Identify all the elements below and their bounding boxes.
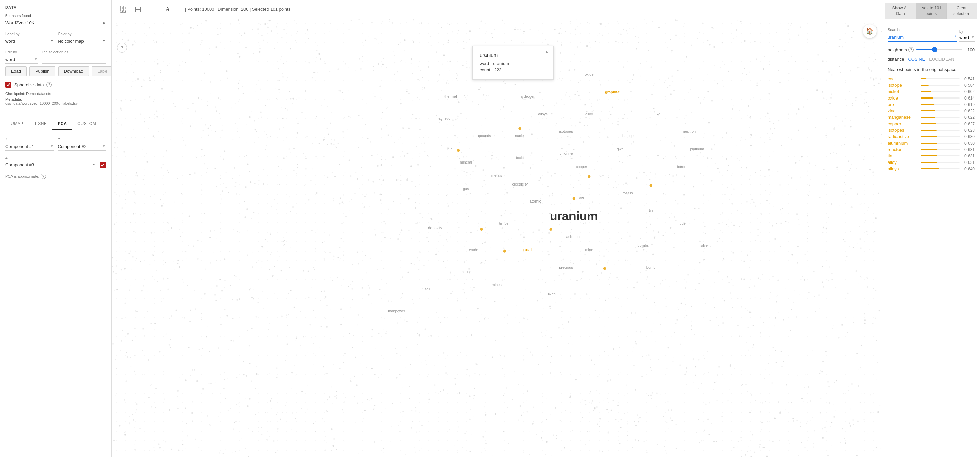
svg-point-1138 [355,357,356,358]
svg-point-1928 [582,417,583,418]
nearest-name[interactable]: oxide [888,96,918,101]
svg-point-2766 [233,340,234,342]
svg-point-1196 [114,291,115,291]
svg-point-1954 [428,399,430,400]
show-all-data-button[interactable]: Show All Data [885,3,916,19]
svg-point-2550 [374,277,375,277]
tab-pca[interactable]: PCA [52,118,72,130]
svg-point-780 [303,343,303,344]
svg-point-2409 [525,99,525,99]
nearest-name[interactable]: ore [888,102,918,107]
svg-point-1371 [294,365,295,366]
nearest-name[interactable]: reactor [888,147,918,152]
svg-point-607 [431,219,432,220]
download-button[interactable]: Download [58,66,89,76]
tooltip-close-button[interactable]: ▲ [544,49,549,54]
svg-point-905 [657,444,658,445]
nearest-name[interactable]: nickel [888,89,918,94]
edit-by-select[interactable]: word [5,56,38,64]
box-select-button[interactable] [132,3,144,16]
nearest-name[interactable]: tin [888,153,918,158]
svg-point-1376 [119,248,120,248]
svg-point-2183 [722,316,723,317]
pca-approx-help-icon[interactable]: ? [41,174,46,179]
nearest-name[interactable]: coal [888,76,918,81]
nearest-name[interactable]: alloys [888,166,918,171]
svg-point-814 [331,112,332,112]
nearest-name[interactable]: aluminium [888,141,918,145]
nearest-name[interactable]: manganese [888,115,918,120]
svg-point-1649 [481,452,482,452]
svg-point-2059 [770,292,771,294]
svg-point-2794 [227,33,227,34]
selection-tool-button[interactable] [117,3,129,16]
svg-point-1715 [710,320,711,321]
labels-toggle-button[interactable]: A [162,3,174,16]
color-by-select[interactable]: No color map [58,37,106,45]
svg-point-2244 [703,195,704,196]
nearest-name[interactable]: copper [888,121,918,126]
svg-point-2558 [136,172,137,174]
svg-point-1472 [690,89,691,90]
euclidean-option[interactable]: EUCLIDEAN [929,56,954,62]
svg-point-2361 [385,409,385,409]
tag-input[interactable] [41,56,106,64]
y-axis-select[interactable]: Component #2 [58,142,106,151]
canvas-container[interactable]: ionsoxidethermalhydrogengraphitemagnetic… [111,19,882,457]
svg-point-320 [143,285,145,287]
nearest-name[interactable]: isotopes [888,128,918,133]
svg-point-1447 [431,218,432,219]
svg-point-2060 [205,20,207,22]
svg-point-1208 [153,218,154,218]
neighbors-help-icon[interactable]: ? [908,47,914,53]
svg-point-2769 [676,221,677,221]
by-select[interactable]: word [959,34,975,42]
z-axis-checkbox[interactable] [100,162,106,168]
help-button[interactable]: ? [117,43,127,53]
svg-point-681 [409,364,411,365]
svg-point-1461 [403,128,404,129]
svg-point-1916 [136,403,137,404]
svg-point-2251 [614,264,614,265]
sphereize-checkbox[interactable] [5,81,11,88]
svg-point-1432 [165,148,166,148]
svg-point-357 [577,46,578,48]
svg-point-413 [140,214,141,216]
svg-point-2257 [462,446,463,447]
svg-point-2359 [633,29,634,29]
neighbors-slider[interactable] [916,49,963,50]
night-mode-button[interactable] [147,3,159,16]
cosine-option[interactable]: COSINE [908,56,925,62]
svg-point-1598 [857,451,858,451]
svg-point-2741 [158,99,158,100]
z-axis-select[interactable]: Component #3 [5,161,96,169]
tab-custom[interactable]: CUSTOM [72,118,102,130]
svg-point-1160 [468,216,469,217]
dataset-select[interactable]: Word2Vec 10K [5,19,106,27]
tab-umap[interactable]: UMAP [5,118,29,130]
sphereize-help-icon[interactable]: ? [46,82,52,87]
svg-point-2973 [615,181,616,182]
tooltip-count-value: 223 [495,67,502,72]
svg-point-2578 [574,54,575,55]
svg-point-2847 [409,398,410,399]
tab-tsne[interactable]: T-SNE [29,118,52,130]
scatter-plot[interactable]: ionsoxidethermalhydrogengraphitemagnetic… [111,19,882,457]
publish-button[interactable]: Publish [29,66,56,76]
home-button[interactable]: 🏠 [863,24,877,38]
nearest-name[interactable]: zinc [888,108,918,113]
svg-point-854 [503,395,504,396]
nearest-name[interactable]: alloy [888,160,918,165]
search-input[interactable] [888,33,957,42]
svg-point-66 [248,345,250,347]
svg-point-13 [701,440,702,441]
clear-selection-button[interactable]: Clear selection [946,3,977,19]
label-by-select[interactable]: word [5,37,54,45]
x-axis-select[interactable]: Component #1 [5,142,54,151]
nearest-name[interactable]: isotope [888,83,918,88]
svg-point-863 [390,238,391,239]
nearest-name[interactable]: radioactive [888,134,918,139]
load-button[interactable]: Load [5,66,27,76]
svg-point-2681 [516,313,517,313]
isolate-points-button[interactable]: Isolate 101 points [916,3,947,19]
